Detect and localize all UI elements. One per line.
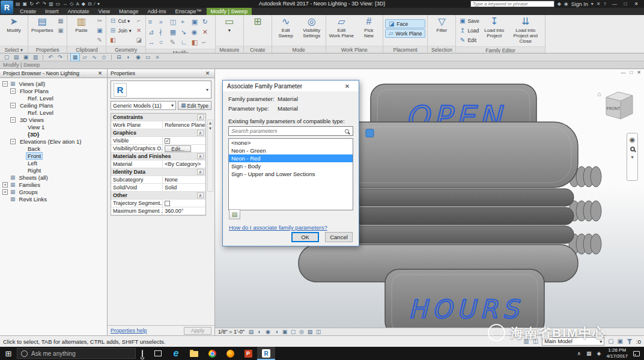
ribbon-tab-create[interactable]: Create bbox=[16, 8, 40, 15]
family-category-button[interactable]: ▣ bbox=[56, 26, 65, 35]
steering-wheel-icon[interactable]: ◉ bbox=[630, 136, 636, 143]
align2-icon[interactable]: ≡ bbox=[153, 53, 162, 61]
cancel-button[interactable]: Cancel bbox=[325, 232, 353, 242]
move-button[interactable]: + bbox=[181, 17, 191, 26]
sign-in-dropdown-icon[interactable]: ▾ bbox=[591, 1, 594, 7]
collapse-icon[interactable]: − bbox=[10, 117, 16, 123]
maximize-button[interactable]: □ bbox=[620, 1, 631, 7]
copy-button[interactable]: ▣ bbox=[95, 26, 104, 35]
wall-joins-button[interactable]: ∟ bbox=[181, 37, 191, 47]
family-types-button[interactable]: ▦ bbox=[56, 16, 65, 25]
edge-button[interactable]: e bbox=[167, 347, 185, 360]
nav-more-icon[interactable]: ▾ bbox=[631, 155, 633, 160]
section-collapse-icon[interactable]: ∧ bbox=[197, 130, 204, 136]
press-drag-icon[interactable]: ▣ bbox=[618, 338, 623, 344]
ribbon-tab-enscape[interactable]: Enscape™ bbox=[171, 8, 205, 15]
firefox-button[interactable] bbox=[221, 347, 239, 360]
collapse-icon[interactable]: − bbox=[10, 139, 16, 144]
property-value[interactable]: None bbox=[163, 176, 205, 183]
chrome-button[interactable] bbox=[203, 347, 221, 360]
tree-item-floor-plans[interactable]: −Floor Plans bbox=[0, 87, 107, 94]
collapse-icon[interactable]: − bbox=[10, 103, 16, 108]
doc-icon[interactable]: ▢ bbox=[2, 53, 11, 61]
exclude-options-icon[interactable]: ▢ bbox=[608, 338, 613, 344]
text-icon[interactable]: A bbox=[76, 2, 79, 7]
tree-item-elevations-elev-ation-1[interactable]: −Elevations (Elev ation 1) bbox=[0, 138, 107, 145]
tree-item-views-all[interactable]: −▦Views (all) bbox=[0, 80, 107, 87]
view-restore-icon[interactable]: □ bbox=[630, 70, 633, 75]
tree-item-3d-views[interactable]: −3D Views bbox=[0, 116, 107, 123]
expand-icon[interactable]: + bbox=[2, 189, 8, 195]
chevron-down-icon[interactable]: ▾ bbox=[206, 87, 208, 93]
ribbon-tab-add-ins[interactable]: Add-Ins bbox=[143, 8, 170, 15]
edit-sweep-button[interactable]: ∿EditSweep bbox=[274, 16, 298, 39]
close-icon[interactable]: ✕ bbox=[204, 70, 211, 76]
save-icon[interactable]: ▣ bbox=[23, 2, 28, 7]
tag-icon[interactable]: ◇ bbox=[70, 2, 73, 7]
edit-button[interactable]: Edit... bbox=[165, 145, 191, 152]
keyword-search-input[interactable] bbox=[470, 1, 554, 7]
microphone-icon[interactable] bbox=[136, 350, 149, 357]
expand-icon[interactable]: + bbox=[2, 182, 8, 188]
delete-button[interactable]: ✕ bbox=[202, 27, 213, 37]
ribbon-tab-modify-sweep[interactable]: Modify | Sweep bbox=[207, 8, 252, 15]
edit-work-plane-button[interactable]: ▱EditWork Plane bbox=[328, 16, 355, 39]
tree-item-groups[interactable]: +▦Groups bbox=[0, 188, 107, 195]
sun-path-icon[interactable]: ◉ bbox=[134, 53, 142, 61]
save-button[interactable]: ▣Save bbox=[458, 16, 480, 25]
type-selector-combo[interactable]: Generic Models (11) ▾ bbox=[111, 101, 176, 110]
properties-scrollbar[interactable]: ▲▼ bbox=[207, 120, 213, 192]
editing-requests-icon[interactable]: ◫ bbox=[533, 338, 538, 344]
face-button[interactable]: ◪Face bbox=[385, 19, 425, 28]
model-line-icon[interactable]: ∿ bbox=[90, 53, 99, 61]
tree-item-view-1[interactable]: View 1 bbox=[0, 123, 107, 130]
split-face-button[interactable]: ◪ bbox=[135, 35, 144, 44]
tree-item-right[interactable]: Right bbox=[0, 166, 107, 174]
trim-button[interactable]: ⊿ bbox=[148, 27, 159, 37]
create-group-button[interactable]: ⊞ bbox=[246, 16, 270, 28]
powerpoint-button[interactable]: P bbox=[239, 347, 257, 360]
file-explorer-button[interactable] bbox=[185, 347, 203, 360]
parameter-option-sign-upper-and-lower-sections[interactable]: Sign - Upper and Lower Sections bbox=[229, 170, 353, 178]
property-value[interactable]: 360.00° bbox=[163, 207, 205, 215]
match-button[interactable]: ✎ bbox=[95, 35, 104, 44]
parameter-option-none[interactable]: <none> bbox=[229, 139, 353, 147]
properties-help-link[interactable]: Properties help bbox=[111, 328, 147, 334]
zoom-icon[interactable] bbox=[630, 147, 635, 151]
work-plane-button[interactable]: ▱Work Plane bbox=[385, 29, 425, 38]
sun-icon[interactable]: ◉ bbox=[264, 329, 272, 335]
view-minimize-icon[interactable]: — bbox=[621, 70, 625, 75]
property-value[interactable]: Solid bbox=[163, 184, 205, 191]
redo2-icon[interactable]: ↷ bbox=[56, 53, 64, 61]
revit-app-button[interactable]: R bbox=[1, 1, 13, 14]
thin-lines-icon[interactable]: ∕ bbox=[94, 2, 95, 7]
print-icon[interactable]: ▥ bbox=[49, 2, 53, 7]
properties-button[interactable]: ▤Properties bbox=[30, 16, 54, 34]
measure2-icon[interactable]: ▭ bbox=[144, 53, 152, 61]
property-value[interactable]: Reference Plane : Ce... bbox=[163, 121, 205, 129]
visibility-settings-button[interactable]: ◎VisibilitySettings bbox=[300, 16, 324, 39]
properties-section-identity-data[interactable]: Identity Data∧ bbox=[111, 168, 205, 176]
render-icon[interactable]: ◐ bbox=[124, 53, 133, 61]
split-button[interactable]: ∤ bbox=[159, 27, 169, 37]
navigation-bar[interactable]: ◉ ▾ bbox=[627, 133, 638, 181]
tree-item-back[interactable]: Back bbox=[0, 145, 107, 152]
rotate-button[interactable]: ↻ bbox=[202, 17, 213, 26]
taskbar-clock[interactable]: 1:26 PM 4/17/2017 bbox=[606, 347, 628, 359]
collapse-icon[interactable]: − bbox=[2, 81, 8, 87]
section-box-icon[interactable]: ⊟ bbox=[115, 53, 123, 61]
property-value[interactable]: ✓ bbox=[163, 137, 205, 144]
start-button[interactable]: ⊞ bbox=[0, 349, 17, 358]
scale-control[interactable]: 1/8" = 1'-0" bbox=[218, 329, 245, 335]
parameter-option-neon-green[interactable]: Neon - Green bbox=[229, 147, 353, 154]
revit-button[interactable]: R bbox=[257, 347, 275, 360]
measure-icon[interactable]: ▭ bbox=[56, 2, 61, 7]
temporary-properties-icon[interactable]: ▨ bbox=[306, 329, 314, 335]
subscription-icon[interactable]: ◆ bbox=[557, 1, 561, 7]
parameter-search-input[interactable] bbox=[231, 128, 343, 134]
collapse-icon[interactable]: − bbox=[10, 88, 16, 94]
modify-button[interactable]: ➤Modify bbox=[2, 16, 26, 34]
qat-customize-icon[interactable]: ▾ bbox=[97, 2, 100, 7]
edit-button[interactable]: ✎Edit bbox=[458, 35, 480, 44]
close-icon[interactable]: ✕ bbox=[96, 70, 104, 76]
